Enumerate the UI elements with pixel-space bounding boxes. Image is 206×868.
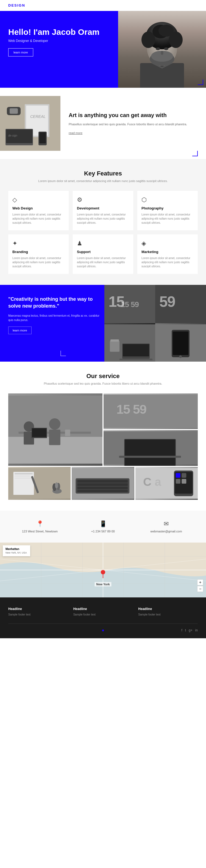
quote-image-1: 15 (104, 285, 155, 324)
feature-development: ⚙ Development Lorem ipsum dolor sit amet… (73, 191, 133, 230)
footer-social: f t g+ in (135, 628, 198, 632)
feature-photography-text: Lorem ipsum dolor sit amet, consectetur … (141, 213, 194, 225)
svg-rect-0 (140, 63, 184, 88)
service-svg-2: 15 59 (104, 394, 198, 429)
svg-rect-71 (77, 490, 128, 492)
social-icons-group: f t g+ in (181, 628, 198, 632)
footer-col-3-title: Headline (138, 607, 198, 611)
social-facebook-link[interactable]: f (181, 628, 182, 632)
quote-learn-more-button[interactable]: learn more (8, 327, 32, 334)
art-body: Phasellus scelerisque sed leo quis gravi… (69, 122, 198, 127)
svg-point-11 (164, 48, 169, 50)
svg-rect-75 (176, 473, 180, 478)
marketing-icon: ◈ (141, 240, 194, 247)
footer-bottom-center: ● (72, 628, 134, 633)
map-overlay-text: New York, NY, USA (5, 551, 27, 554)
svg-rect-33 (123, 344, 149, 356)
footer-columns: Headline Sample footer text Headline Sam… (8, 607, 198, 617)
svg-rect-59 (15, 477, 31, 478)
footer-dot: ● (102, 628, 104, 632)
quote-section: "Creativity is nothing but the way to so… (0, 285, 206, 362)
contact-address-text: 123 West Street, Newtown (8, 530, 71, 533)
map-background (0, 542, 206, 597)
quote-corner-bracket (60, 351, 66, 356)
hero-section: Hello! I'am Jacob Oram Web Designer & De… (0, 11, 206, 88)
hero-photo (118, 11, 206, 88)
contact-address: 📍 123 West Street, Newtown (8, 520, 71, 533)
svg-rect-54 (119, 456, 181, 458)
footer-col-2-text: Sample footer text (73, 613, 133, 617)
feature-marketing: ◈ Marketing Lorem ipsum dolor sit amet, … (137, 235, 198, 274)
quote-content: "Creativity is nothing but the way to so… (8, 296, 102, 334)
svg-rect-45 (49, 430, 60, 445)
service-image-2: 15 59 (104, 394, 198, 429)
svg-rect-24 (39, 132, 46, 144)
header: DESIGN (0, 0, 206, 11)
footer-col-2-title: Headline (73, 607, 133, 611)
map-section: Manhattan New York, NY, USA New York + − (0, 542, 206, 597)
read-more-link[interactable]: read more (69, 131, 82, 134)
service-grid-bottom: C a (8, 467, 198, 500)
hero-content: Hello! I'am Jacob Oram Web Designer & De… (8, 27, 99, 57)
svg-text:de-sign: de-sign (8, 134, 17, 137)
contact-phone: 📱 +1 234 567 89 00 (71, 520, 135, 533)
svg-rect-69 (77, 483, 128, 486)
feature-support-text: Lorem ipsum dolor sit amet, consectetur … (77, 256, 129, 269)
service-subtitle: Phasellus scelerisque sed leo quis gravi… (8, 382, 198, 385)
hero-learn-more-button[interactable]: learn more (8, 48, 33, 57)
svg-point-7 (158, 25, 174, 37)
art-photo-image: CEREAL de-sign (0, 96, 60, 151)
service-svg-1 (8, 394, 102, 466)
svg-point-92 (101, 570, 105, 575)
footer-col-1-text: Sample footer text (8, 613, 68, 617)
svg-rect-58 (15, 476, 30, 476)
svg-rect-53 (125, 439, 175, 466)
service-image-4 (8, 467, 71, 500)
svg-text:15  59: 15 59 (117, 402, 147, 416)
svg-rect-31 (110, 339, 119, 342)
map-zoom-in-button[interactable]: + (197, 579, 203, 585)
quote-image-3 (104, 324, 155, 362)
photography-icon: ⬡ (141, 196, 194, 204)
branding-icon: ✦ (12, 240, 65, 247)
svg-text:CEREAL: CEREAL (30, 114, 46, 119)
svg-rect-16 (9, 108, 18, 114)
hero-corner-bracket (198, 80, 203, 85)
svg-rect-37 (173, 332, 188, 355)
feature-web-design: ◇ Web Design Lorem ipsum dolor sit amet,… (8, 191, 69, 230)
feature-marketing-text: Lorem ipsum dolor sit amet, consectetur … (141, 256, 194, 269)
social-google-link[interactable]: g+ (189, 628, 192, 632)
map-overlay-title: Manhattan (5, 548, 27, 551)
quote-text: "Creativity is nothing but the way to so… (8, 296, 102, 310)
service-image-5 (72, 467, 134, 500)
feature-web-design-title: Web Design (12, 206, 65, 210)
quote-body: Maecenas magna lectus, finibus sed ferme… (8, 314, 102, 322)
svg-rect-34 (120, 359, 152, 360)
social-linkedin-link[interactable]: in (195, 628, 198, 632)
svg-point-10 (156, 48, 160, 50)
service-image-1 (8, 394, 102, 466)
person-image (118, 11, 206, 88)
feature-photography: ⬡ Photography Lorem ipsum dolor sit amet… (137, 191, 198, 230)
svg-rect-48 (65, 430, 70, 436)
social-twitter-link[interactable]: t (185, 628, 186, 632)
svg-rect-30 (110, 341, 120, 352)
map-zoom-out-button[interactable]: − (197, 586, 203, 592)
feature-marketing-title: Marketing (141, 250, 194, 254)
feature-branding-title: Branding (12, 250, 65, 254)
phone-svg (155, 324, 206, 362)
service-title: Our service (8, 373, 198, 380)
footer-col-3-text: Sample footer text (138, 613, 198, 617)
art-text: Art is anything you can get away with Ph… (60, 106, 206, 141)
service-svg-3 (104, 430, 198, 466)
quote-image-4 (155, 324, 206, 362)
art-photo: CEREAL de-sign (0, 96, 60, 151)
service-grid-top: 15 59 (8, 394, 198, 466)
development-icon: ⚙ (77, 196, 129, 204)
svg-rect-76 (182, 473, 186, 478)
svg-rect-56 (14, 472, 34, 495)
art-corner-bracket (192, 151, 198, 156)
contact-email: ✉ webmaster@gmail.com (135, 520, 198, 533)
footer-col-2: Headline Sample footer text (73, 607, 133, 617)
svg-point-44 (49, 418, 60, 430)
